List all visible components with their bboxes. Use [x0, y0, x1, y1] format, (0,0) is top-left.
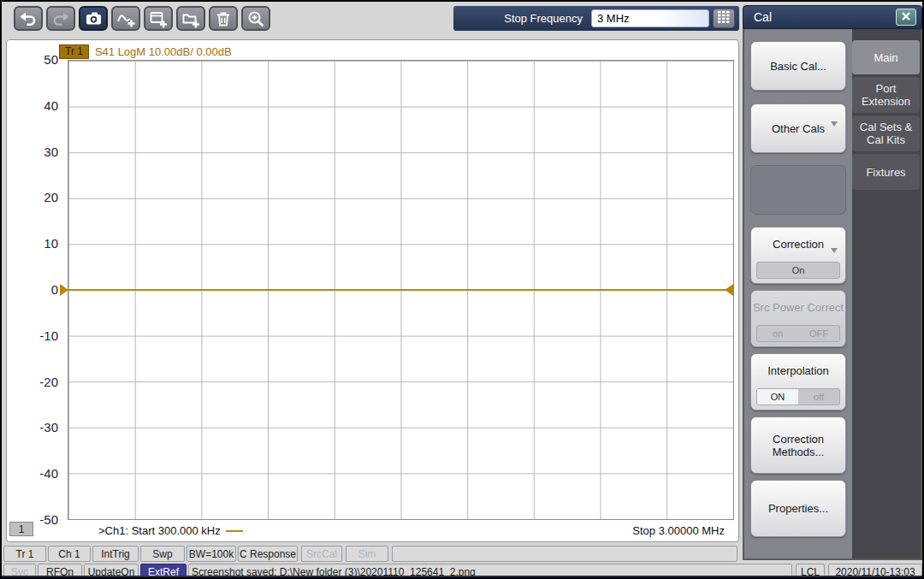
interpolation-button[interactable]: Interpolation ON off	[750, 353, 846, 411]
src-power-toggle: on OFF	[756, 325, 840, 342]
tab-cal-sets-cal-kits[interactable]: Cal Sets & Cal Kits	[852, 115, 920, 151]
basic-cal-label: Basic Cal...	[770, 60, 826, 73]
status-sim: Sim	[346, 546, 388, 562]
undo-icon	[19, 9, 38, 28]
cal-tab-strip: Main Port Extension Cal Sets & Cal Kits …	[852, 29, 921, 558]
cal-panel-title: Cal	[754, 10, 772, 24]
vna-app-window: Stop Frequency Tr 1 S41 LogM 10.00dB/ 0.…	[0, 0, 924, 579]
close-button[interactable]	[896, 9, 916, 26]
chevron-down-icon	[831, 121, 838, 127]
trace-line	[68, 289, 733, 291]
other-cals-button[interactable]: Other Cals	[750, 103, 846, 153]
y-tick: -20	[17, 375, 58, 389]
basic-cal-button[interactable]: Basic Cal...	[750, 41, 846, 91]
status-srccal: SrcCal	[301, 546, 342, 562]
status-correction: C Response	[238, 546, 298, 562]
delete-button[interactable]	[209, 6, 238, 31]
trace-badge[interactable]: Tr 1	[59, 44, 89, 59]
properties-button[interactable]: Properties...	[750, 480, 846, 537]
redo-icon	[51, 9, 70, 28]
bottom-divider	[2, 576, 922, 577]
zoom-button[interactable]	[241, 6, 270, 31]
add-trace-button[interactable]	[111, 6, 140, 31]
interpolation-on-label: ON	[757, 389, 798, 405]
stop-frequency-input[interactable]	[591, 9, 709, 27]
tab-main[interactable]: Main	[852, 40, 920, 74]
stop-frequency-label: Stop Frequency	[504, 12, 583, 25]
add-trace-icon	[116, 9, 135, 28]
zoom-in-icon	[246, 9, 265, 28]
camera-icon	[84, 9, 104, 28]
src-power-on-label: on	[757, 326, 798, 341]
cal-panel: Cal Basic Cal... Other Cals Correction O…	[743, 5, 922, 560]
correction-state-value: On	[757, 263, 839, 278]
trace-header: Tr 1 S41 LogM 10.00dB/ 0.00dB	[59, 44, 232, 59]
correction-methods-button[interactable]: Correction Methods...	[750, 417, 846, 474]
status-trace: Tr 1	[3, 546, 46, 562]
y-tick: 50	[17, 52, 58, 67]
add-channel-button[interactable]	[144, 6, 173, 31]
new-window-icon	[181, 9, 200, 28]
y-tick: 40	[17, 98, 58, 113]
y-tick: -40	[17, 466, 58, 481]
chevron-down-icon	[831, 248, 838, 253]
src-power-correct-button: Src Power Correct on OFF	[750, 290, 846, 347]
sweep-start-label: >Ch1: Start 300.000 kHz	[98, 524, 243, 537]
status-channel: Ch 1	[48, 546, 91, 562]
close-icon	[901, 9, 911, 25]
interpolation-toggle[interactable]: ON off	[756, 388, 840, 405]
start-text: >Ch1: Start 300.000 kHz	[98, 524, 221, 537]
src-power-off-label: OFF	[798, 326, 839, 341]
y-tick: 20	[17, 190, 58, 204]
y-tick: 0	[17, 282, 58, 297]
keypad-button[interactable]	[713, 9, 735, 28]
correction-state-toggle[interactable]: On	[756, 262, 840, 279]
y-tick: 10	[17, 236, 58, 251]
tab-port-extension[interactable]: Port Extension	[852, 77, 920, 113]
screenshot-button[interactable]	[79, 6, 108, 31]
keypad-icon	[717, 10, 731, 27]
src-power-correct-label: Src Power Correct	[751, 301, 845, 314]
y-tick: -10	[17, 328, 58, 343]
interpolation-label: Interpolation	[751, 364, 845, 377]
tab-fixtures[interactable]: Fixtures	[852, 154, 920, 190]
sweep-stop-label: Stop 3.00000 MHz	[632, 524, 725, 537]
y-tick: -30	[17, 420, 58, 434]
status-trigger: IntTrig	[92, 546, 139, 562]
redo-button[interactable]	[46, 6, 75, 31]
status-bandwidth: BW=100k	[187, 546, 236, 562]
add-channel-icon	[149, 9, 168, 28]
trace-ref-marker-right	[725, 284, 733, 296]
status-sweep: Swp	[140, 546, 185, 562]
graph-panel: Tr 1 S41 LogM 10.00dB/ 0.00dB 50 40 30 2…	[6, 39, 739, 542]
other-cals-label: Other Cals	[772, 122, 825, 135]
y-tick: 30	[17, 145, 58, 159]
correction-button[interactable]: Correction On	[750, 227, 846, 284]
new-window-button[interactable]	[176, 6, 205, 31]
properties-label: Properties...	[768, 502, 828, 515]
trace-info: S41 LogM 10.00dB/ 0.00dB	[95, 45, 232, 58]
undo-button[interactable]	[14, 6, 43, 31]
stop-frequency-bar: Stop Frequency	[453, 6, 739, 31]
trace-color-swatch	[226, 530, 243, 532]
correction-methods-label: Correction Methods...	[751, 433, 845, 458]
trace-ref-marker-left	[60, 284, 68, 296]
channel-number-badge: 1	[9, 522, 33, 536]
cal-panel-body: Basic Cal... Other Cals Correction On Sr…	[743, 29, 922, 560]
status-spare-box	[392, 546, 737, 562]
cal-panel-header: Cal	[743, 5, 922, 29]
delete-icon	[214, 9, 233, 28]
interpolation-off-label: off	[798, 389, 839, 405]
blank-softkey	[750, 165, 846, 215]
